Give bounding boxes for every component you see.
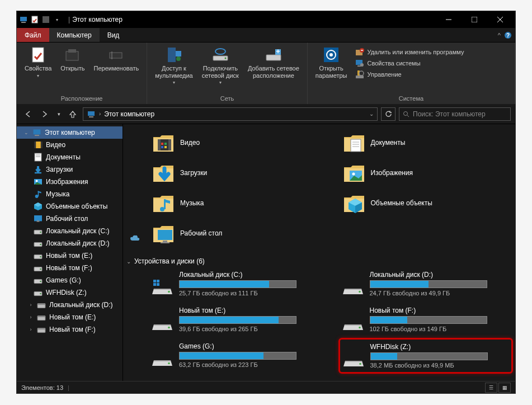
chevron-icon[interactable]: ⌄ xyxy=(23,130,29,135)
address-bar[interactable]: › Этот компьютер ⌄ xyxy=(83,107,378,121)
drive-item[interactable]: WFHDisk (Z:) 38,2 МБ свободно из 49,9 МБ xyxy=(338,338,514,374)
svg-point-58 xyxy=(40,244,41,246)
3d-icon xyxy=(34,202,43,211)
rename-button[interactable]: Переименовать xyxy=(91,45,143,73)
svg-rect-11 xyxy=(66,51,78,60)
title-separator: | xyxy=(68,16,70,23)
qat-dropdown-icon[interactable]: ▾ xyxy=(53,15,62,24)
tree-label: Документы xyxy=(46,153,81,161)
folder-item[interactable]: Изображения xyxy=(342,159,510,187)
drive-item[interactable]: Новый том (F:) 102 ГБ свободно из 149 ГБ xyxy=(342,305,510,333)
uninstall-button[interactable]: Удалить или изменить программу xyxy=(353,47,467,57)
history-dropdown-icon[interactable]: ▾ xyxy=(55,107,63,121)
drive-item[interactable]: Games (G:) 63,2 ГБ свободно из 223 ГБ xyxy=(151,341,319,370)
properties-button[interactable]: Свойства ▾ xyxy=(21,45,55,79)
chevron-icon[interactable]: › xyxy=(28,327,34,332)
tree-item[interactable]: Загрузки xyxy=(17,163,123,176)
help-icon[interactable]: ? xyxy=(504,31,512,39)
tree-item[interactable]: ⌄Этот компьютер xyxy=(17,126,123,139)
refresh-button[interactable] xyxy=(381,107,396,121)
tree-label: Новый том (E:) xyxy=(49,313,96,321)
drive-item[interactable]: Локальный диск (D:) 24,7 ГБ свободно из … xyxy=(342,270,510,298)
breadcrumb[interactable]: Этот компьютер xyxy=(104,110,154,118)
folder-item[interactable]: Рабочий стол xyxy=(151,219,319,247)
cloud-icon xyxy=(130,235,140,242)
svg-rect-74 xyxy=(158,139,161,150)
drive-item[interactable]: Локальный диск (C:) 25,7 ГБ свободно из … xyxy=(151,270,319,298)
qat-properties-icon[interactable] xyxy=(30,15,39,24)
drive-item[interactable]: Новый том (E:) 39,6 ГБ свободно из 265 Г… xyxy=(151,305,319,333)
svg-point-60 xyxy=(40,256,41,258)
address-dropdown-icon[interactable]: ⌄ xyxy=(369,111,374,117)
forward-button[interactable] xyxy=(38,107,51,121)
docs-icon xyxy=(34,153,43,162)
folder-item[interactable]: Документы xyxy=(342,129,510,157)
tab-computer[interactable]: Компьютер xyxy=(49,28,100,42)
svg-point-51 xyxy=(35,195,39,198)
tree-item[interactable]: Рабочий стол xyxy=(17,213,123,225)
add-netplace-button[interactable]: + Добавить сетевое расположение xyxy=(244,45,303,80)
chevron-icon[interactable]: › xyxy=(28,314,34,320)
minimize-button[interactable] xyxy=(436,11,462,28)
folder-item[interactable]: Загрузки xyxy=(151,159,319,187)
chevron-right-icon[interactable]: › xyxy=(99,111,101,117)
folder-item[interactable]: Видео xyxy=(151,129,319,157)
netdrive-icon xyxy=(211,46,229,64)
tree-item[interactable]: Games (G:) xyxy=(17,274,123,286)
drive-label: Локальный диск (C:) xyxy=(179,271,318,279)
rename-icon xyxy=(107,46,125,64)
qat-gray-icon[interactable] xyxy=(41,15,50,24)
tab-view[interactable]: Вид xyxy=(100,28,128,42)
nav-tree[interactable]: ⌄Этот компьютерВидеоДокументыЗагрузкиИзо… xyxy=(17,124,123,381)
chevron-down-icon: ▾ xyxy=(37,73,39,78)
drive-usage-bar xyxy=(179,316,296,324)
media-access-button[interactable]: Доступ к мультимедиа ▾ xyxy=(152,45,196,86)
svg-point-99 xyxy=(168,362,170,365)
ribbon-collapse-icon[interactable]: ^ xyxy=(498,32,501,39)
uninstall-icon xyxy=(355,48,364,56)
svg-point-64 xyxy=(40,281,41,282)
view-details-button[interactable]: ☰ xyxy=(485,383,497,393)
drive-icon xyxy=(34,276,43,285)
view-tiles-button[interactable]: ▦ xyxy=(498,383,511,393)
svg-rect-88 xyxy=(158,230,172,240)
ribbon-group-network: Доступ к мультимедиа ▾ Подключить сетево… xyxy=(147,43,308,104)
ribbon: Свойства ▾ Открыть Переименовать Располо… xyxy=(17,43,515,104)
manage-button[interactable]: Управление xyxy=(353,69,467,79)
content-area[interactable]: ВидеоДокументыЗагрузкиИзображенияМузыкаО… xyxy=(123,124,515,381)
pc-icon xyxy=(19,15,28,24)
group-location-label: Расположение xyxy=(21,94,142,103)
tree-item[interactable]: Изображения xyxy=(17,176,123,188)
tree-item[interactable]: ›Локальный диск (D:) xyxy=(17,299,123,311)
open-button[interactable]: Открыть xyxy=(57,45,88,73)
tree-item[interactable]: Документы xyxy=(17,151,123,163)
drives-header[interactable]: ⌄ Устройства и диски (6) xyxy=(126,257,510,265)
open-settings-button[interactable]: Открыть параметры xyxy=(312,45,351,80)
folder-item[interactable]: Музыка xyxy=(151,189,319,217)
search-icon xyxy=(403,111,409,117)
tree-item[interactable]: ›Новый том (F:) xyxy=(17,323,123,336)
tree-item[interactable]: Новый том (E:) xyxy=(17,249,123,262)
sysprops-button[interactable]: Свойства системы xyxy=(353,58,467,68)
folder-item[interactable]: Объемные объекты xyxy=(342,189,510,217)
tree-item[interactable]: WFHDisk (Z:) xyxy=(17,286,123,299)
tree-item[interactable]: Локальный диск (D:) xyxy=(17,237,123,249)
close-button[interactable] xyxy=(487,11,513,28)
back-button[interactable] xyxy=(21,107,35,121)
up-button[interactable] xyxy=(66,107,79,121)
tree-item[interactable]: Локальный диск (C:) xyxy=(17,225,123,237)
search-input[interactable]: Поиск: Этот компьютер xyxy=(399,107,511,121)
maximize-button[interactable] xyxy=(462,11,487,28)
tree-item[interactable]: ›Новый том (E:) xyxy=(17,311,123,323)
map-netdrive-button[interactable]: Подключить сетевой диск ▾ xyxy=(199,45,242,86)
drive-free-text: 38,2 МБ свободно из 49,9 МБ xyxy=(370,362,509,369)
tree-item[interactable]: Видео xyxy=(17,139,123,151)
svg-rect-93 xyxy=(153,283,156,286)
titlebar: ▾ | Этот компьютер xyxy=(17,11,515,28)
chevron-icon[interactable]: › xyxy=(28,302,34,308)
tree-item[interactable]: Объемные объекты xyxy=(17,200,123,213)
tab-file[interactable]: Файл xyxy=(17,28,49,42)
tree-item[interactable]: Новый том (F:) xyxy=(17,262,123,274)
tree-item[interactable]: Музыка xyxy=(17,188,123,200)
svg-point-86 xyxy=(160,207,164,211)
